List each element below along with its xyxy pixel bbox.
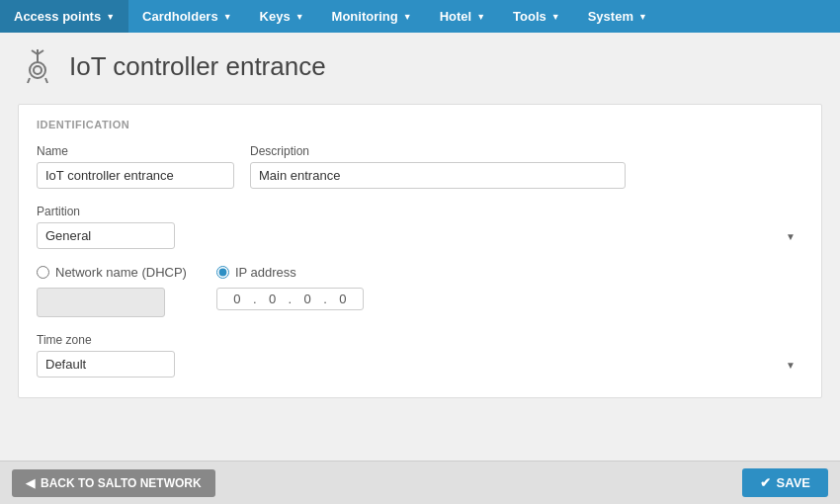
ip-dot-1: . (251, 292, 259, 306)
ip-octet-2[interactable] (259, 292, 287, 306)
save-button[interactable]: ✔ SAVE (742, 468, 828, 497)
timezone-select-wrap: Default UTC Europe/London America/New_Yo… (37, 351, 803, 378)
nav-item-keys[interactable]: Keys▼ (246, 0, 318, 33)
nav-chevron-hotel: ▼ (476, 12, 485, 22)
svg-line-7 (45, 78, 47, 83)
nav-label-access-points: Access points (14, 9, 101, 24)
network-left: Network name (DHCP) (37, 265, 187, 317)
timezone-group: Time zone Default UTC Europe/London Amer… (37, 333, 803, 378)
nav-item-system[interactable]: System▼ (574, 0, 661, 33)
partition-group: Partition General Partition A Partition … (37, 205, 803, 249)
ip-octet-3[interactable] (294, 292, 321, 306)
partition-chevron-icon: ▼ (786, 230, 796, 241)
nav-item-hotel[interactable]: Hotel▼ (426, 0, 499, 33)
timezone-chevron-icon: ▼ (786, 359, 796, 370)
save-check-icon: ✔ (760, 475, 771, 490)
ip-field-wrap: . . . (216, 288, 364, 310)
partition-label: Partition (37, 205, 803, 218)
nav-label-cardholders: Cardholders (142, 9, 218, 24)
page-title: IoT controller entrance (69, 51, 326, 82)
description-input[interactable] (250, 162, 626, 189)
ip-address-radio[interactable] (216, 266, 229, 279)
ip-dot-2: . (287, 292, 294, 306)
navbar: Access points▼Cardholders▼Keys▼Monitorin… (0, 0, 840, 33)
network-right: IP address . . . (216, 265, 364, 310)
svg-point-0 (30, 62, 45, 78)
name-label: Name (37, 144, 234, 158)
content-wrapper: IoT controller entrance IDENTIFICATION N… (0, 33, 840, 461)
nav-label-keys: Keys (260, 9, 291, 24)
svg-line-6 (28, 78, 30, 83)
nav-item-tools[interactable]: Tools▼ (499, 0, 574, 33)
timezone-label: Time zone (37, 333, 803, 347)
back-button[interactable]: ◀ BACK TO SALTO NETWORK (12, 469, 215, 497)
nav-label-hotel: Hotel (440, 9, 472, 24)
page-header: IoT controller entrance (18, 46, 822, 86)
partition-select-wrap: General Partition A Partition B ▼ (37, 222, 803, 249)
nav-chevron-tools: ▼ (551, 12, 560, 22)
network-name-radio[interactable] (37, 266, 49, 279)
description-label: Description (250, 144, 626, 158)
ip-dot-3: . (321, 292, 329, 306)
partition-select[interactable]: General Partition A Partition B (37, 222, 175, 249)
nav-chevron-cardholders: ▼ (223, 12, 232, 22)
network-name-label: Network name (DHCP) (55, 265, 187, 280)
nav-chevron-access-points: ▼ (106, 12, 115, 22)
ip-octet-4[interactable] (329, 292, 357, 306)
name-input[interactable] (37, 162, 234, 189)
nav-item-access-points[interactable]: Access points▼ (0, 0, 128, 33)
identification-card: IDENTIFICATION Name Description Partitio… (18, 104, 822, 398)
iot-controller-icon (18, 46, 57, 86)
description-group: Description (250, 144, 626, 189)
nav-label-monitoring: Monitoring (332, 9, 398, 24)
back-chevron-icon: ◀ (26, 476, 35, 490)
nav-label-tools: Tools (513, 9, 546, 24)
nav-item-cardholders[interactable]: Cardholders▼ (128, 0, 246, 33)
footer-bar: ◀ BACK TO SALTO NETWORK ✔ SAVE (0, 461, 840, 504)
name-description-row: Name Description (37, 144, 803, 189)
section-label: IDENTIFICATION (37, 119, 803, 130)
ip-address-radio-item: IP address (216, 265, 364, 280)
nav-label-system: System (588, 9, 633, 24)
timezone-select[interactable]: Default UTC Europe/London America/New_Yo… (37, 351, 175, 378)
nav-chevron-system: ▼ (638, 12, 647, 22)
svg-point-1 (34, 66, 42, 74)
save-button-label: SAVE (777, 475, 810, 490)
main-content: IoT controller entrance IDENTIFICATION N… (0, 33, 840, 461)
nav-chevron-keys: ▼ (295, 12, 304, 22)
back-button-label: BACK TO SALTO NETWORK (41, 476, 202, 490)
network-name-radio-item: Network name (DHCP) (37, 265, 187, 280)
dhcp-input (37, 288, 165, 317)
ip-address-label: IP address (235, 265, 296, 280)
network-section: Network name (DHCP) IP address . . (37, 265, 803, 317)
nav-chevron-monitoring: ▼ (403, 12, 412, 22)
nav-item-monitoring[interactable]: Monitoring▼ (318, 0, 426, 33)
ip-octet-1[interactable] (223, 292, 251, 306)
name-group: Name (37, 144, 234, 189)
